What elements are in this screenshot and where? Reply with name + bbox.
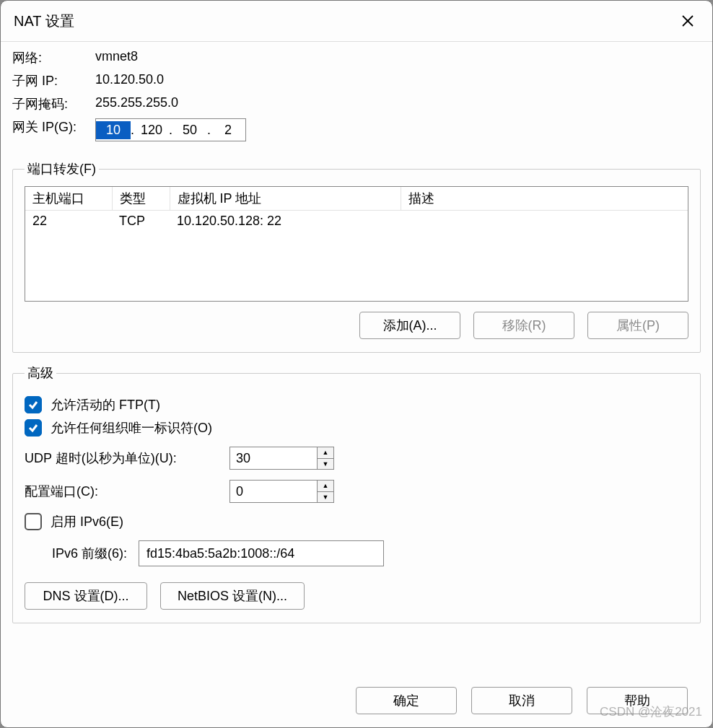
enable-ipv6-row: 启用 IPv6(E) — [25, 513, 688, 530]
spin-up-icon[interactable]: ▲ — [318, 447, 333, 459]
udp-timeout-input[interactable] — [230, 447, 317, 469]
close-button[interactable] — [673, 6, 702, 35]
port-forwarding-legend: 端口转发(F) — [25, 160, 99, 177]
ipv6-prefix-label: IPv6 前缀(6): — [52, 545, 127, 562]
netbios-settings-button[interactable]: NetBIOS 设置(N)... — [160, 582, 305, 610]
cell-host-port: 22 — [25, 211, 112, 232]
enable-ipv6-checkbox[interactable] — [25, 513, 42, 530]
config-port-label: 配置端口(C): — [25, 483, 218, 500]
gateway-octet-2[interactable] — [134, 121, 169, 139]
help-button[interactable]: 帮助 — [587, 687, 688, 714]
add-button[interactable]: 添加(A)... — [359, 312, 460, 339]
gateway-octet-4[interactable] — [211, 121, 245, 139]
allow-active-ftp-row: 允许活动的 FTP(T) — [25, 396, 688, 413]
port-forwarding-group: 端口转发(F) 主机端口 类型 虚拟机 IP 地址 描述 22 — [12, 160, 701, 353]
config-port-input[interactable] — [230, 481, 317, 502]
cell-type: TCP — [112, 211, 170, 232]
remove-button[interactable]: 移除(R) — [473, 312, 574, 339]
check-icon — [27, 422, 39, 434]
port-forwarding-table: 主机端口 类型 虚拟机 IP 地址 描述 22 TCP 10.120.50.12… — [25, 187, 688, 232]
nat-settings-dialog: NAT 设置 网络: vmnet8 子网 IP: 10.120.50.0 子网掩… — [0, 0, 713, 728]
ipv6-prefix-input[interactable] — [139, 540, 384, 566]
port-forwarding-buttons: 添加(A)... 移除(R) 属性(P) — [25, 312, 688, 339]
dns-settings-button[interactable]: DNS 设置(D)... — [25, 582, 147, 610]
col-host-port[interactable]: 主机端口 — [25, 187, 112, 211]
check-icon — [27, 399, 39, 411]
subnet-mask-label: 子网掩码: — [12, 95, 95, 113]
subnet-ip-label: 子网 IP: — [12, 72, 95, 89]
ipv6-prefix-row: IPv6 前缀(6): — [25, 540, 688, 566]
cell-desc — [401, 211, 688, 232]
port-forwarding-table-wrap[interactable]: 主机端口 类型 虚拟机 IP 地址 描述 22 TCP 10.120.50.12… — [25, 186, 688, 302]
udp-timeout-row: UDP 超时(以秒为单位)(U): ▲ ▼ — [25, 447, 688, 470]
spin-up-icon[interactable]: ▲ — [318, 481, 333, 492]
dialog-body: 网络: vmnet8 子网 IP: 10.120.50.0 子网掩码: 255.… — [1, 41, 712, 727]
table-header-row: 主机端口 类型 虚拟机 IP 地址 描述 — [25, 187, 688, 211]
close-icon — [681, 14, 694, 27]
allow-active-ftp-label: 允许活动的 FTP(T) — [51, 396, 160, 413]
allow-oui-checkbox[interactable] — [25, 419, 42, 437]
allow-active-ftp-checkbox[interactable] — [25, 396, 42, 413]
config-port-spin-buttons: ▲ ▼ — [317, 481, 333, 502]
col-desc[interactable]: 描述 — [401, 187, 688, 211]
network-info: 网络: vmnet8 子网 IP: 10.120.50.0 子网掩码: 255.… — [12, 49, 701, 141]
dialog-title: NAT 设置 — [14, 12, 74, 31]
udp-timeout-label: UDP 超时(以秒为单位)(U): — [25, 449, 218, 467]
ok-button[interactable]: 确定 — [356, 687, 457, 714]
network-value: vmnet8 — [95, 49, 701, 66]
advanced-group: 高级 允许活动的 FTP(T) 允许任何组织唯一标识符(O) UDP 超时(以秒… — [12, 364, 701, 623]
network-label: 网络: — [12, 49, 95, 66]
advanced-buttons: DNS 设置(D)... NetBIOS 设置(N)... — [25, 582, 688, 610]
spin-down-icon[interactable]: ▼ — [318, 459, 333, 470]
spin-down-icon[interactable]: ▼ — [318, 492, 333, 503]
gateway-octet-1[interactable] — [96, 121, 131, 139]
advanced-legend: 高级 — [25, 364, 56, 382]
titlebar: NAT 设置 — [1, 1, 712, 38]
gateway-octet-3[interactable] — [172, 121, 207, 139]
subnet-mask-value: 255.255.255.0 — [95, 95, 701, 113]
cell-vm-ip: 10.120.50.128: 22 — [170, 211, 401, 232]
gateway-ip-field-wrap: . . . — [95, 118, 701, 141]
allow-oui-label: 允许任何组织唯一标识符(O) — [51, 419, 212, 437]
enable-ipv6-label: 启用 IPv6(E) — [51, 513, 123, 530]
gateway-ip-label: 网关 IP(G): — [12, 118, 95, 141]
col-type[interactable]: 类型 — [112, 187, 170, 211]
allow-oui-row: 允许任何组织唯一标识符(O) — [25, 419, 688, 437]
properties-button[interactable]: 属性(P) — [587, 312, 688, 339]
subnet-ip-value: 10.120.50.0 — [95, 72, 701, 89]
col-vm-ip[interactable]: 虚拟机 IP 地址 — [170, 187, 401, 211]
table-row[interactable]: 22 TCP 10.120.50.128: 22 — [25, 211, 688, 232]
udp-timeout-spinner[interactable]: ▲ ▼ — [229, 447, 334, 470]
config-port-row: 配置端口(C): ▲ ▼ — [25, 480, 688, 503]
gateway-ip-input[interactable]: . . . — [95, 118, 246, 141]
config-port-spinner[interactable]: ▲ ▼ — [229, 480, 334, 503]
cancel-button[interactable]: 取消 — [471, 687, 572, 714]
udp-timeout-spin-buttons: ▲ ▼ — [317, 447, 333, 469]
dialog-footer: 确定 取消 帮助 — [12, 677, 701, 727]
